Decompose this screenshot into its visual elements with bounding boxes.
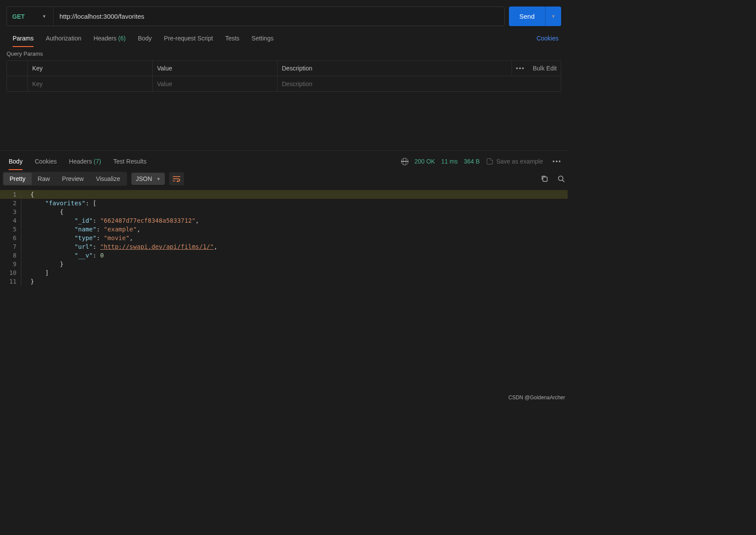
value-input[interactable]: Value — [153, 76, 278, 91]
request-tabs: Params Authorization Headers (6) Body Pr… — [0, 30, 568, 46]
resp-headers-count: (7) — [94, 158, 101, 165]
copy-button[interactable] — [541, 175, 548, 182]
globe-icon[interactable] — [401, 158, 408, 165]
send-group: Send ▼ — [509, 7, 561, 26]
format-select[interactable]: JSON ▼ — [131, 173, 165, 185]
wrap-icon — [173, 176, 181, 182]
cookies-link[interactable]: Cookies — [534, 35, 561, 42]
send-button[interactable]: Send — [509, 7, 545, 26]
view-pretty[interactable]: Pretty — [3, 173, 32, 185]
code-line: 3 { — [0, 207, 568, 216]
view-preview[interactable]: Preview — [56, 173, 90, 185]
code-line: 7 "url": "http://swapi.dev/api/films/1/"… — [0, 242, 568, 251]
table-row[interactable]: Key Value Description — [7, 76, 561, 91]
tab-headers-label: Headers — [94, 35, 117, 42]
chevron-down-icon: ▼ — [42, 14, 47, 19]
save-example-label: Save as example — [496, 158, 543, 165]
hdr-key: Key — [28, 61, 153, 76]
hdr-description: Description — [278, 61, 512, 76]
resp-headers-label: Headers — [69, 158, 92, 165]
code-line: 5 "name": "example", — [0, 225, 568, 234]
status-group: 200 OK 11 ms 364 B — [401, 158, 480, 165]
response-header-bar: Body Cookies Headers (7) Test Results 20… — [0, 154, 568, 169]
tab-authorization[interactable]: Authorization — [40, 30, 87, 46]
tab-prerequest[interactable]: Pre-request Script — [158, 30, 219, 46]
copy-icon — [541, 175, 548, 182]
request-frame: GET ▼ — [7, 7, 505, 26]
svg-point-1 — [559, 176, 563, 181]
tab-body[interactable]: Body — [132, 30, 158, 46]
code-line: 6 "type": "movie", — [0, 234, 568, 242]
more-columns-icon[interactable]: ••• — [516, 65, 525, 72]
tab-params[interactable]: Params — [7, 30, 40, 46]
tab-headers[interactable]: Headers (6) — [87, 30, 132, 46]
bulk-edit-link[interactable]: Bulk Edit — [533, 65, 557, 72]
method-select[interactable]: GET ▼ — [7, 7, 54, 26]
svg-rect-0 — [543, 177, 547, 181]
row-checkbox-col[interactable] — [7, 76, 28, 91]
tab-tests[interactable]: Tests — [219, 30, 246, 46]
search-button[interactable] — [558, 175, 565, 183]
resp-tab-headers[interactable]: Headers (7) — [63, 154, 107, 169]
tab-settings[interactable]: Settings — [245, 30, 280, 46]
code-line: 8 "__v": 0 — [0, 251, 568, 260]
response-body-viewer[interactable]: 1{2 "favorites": [3 {4 "_id": "662487d77… — [0, 190, 568, 286]
save-icon — [487, 158, 493, 164]
view-segment: Pretty Raw Preview Visualize — [3, 172, 127, 186]
query-params-label: Query Params — [0, 46, 568, 60]
splitter[interactable] — [0, 150, 568, 151]
url-input[interactable] — [54, 7, 504, 26]
chevron-down-icon: ▼ — [157, 177, 161, 181]
hdr-value: Value — [153, 61, 278, 76]
format-label: JSON — [136, 175, 152, 182]
view-bar: Pretty Raw Preview Visualize JSON ▼ — [0, 169, 568, 188]
key-input[interactable]: Key — [28, 76, 153, 91]
table-header-row: Key Value Description ••• Bulk Edit — [7, 61, 561, 76]
view-visualize[interactable]: Visualize — [90, 173, 126, 185]
query-params-table: Key Value Description ••• Bulk Edit Key … — [7, 60, 561, 92]
chevron-down-icon: ▼ — [551, 14, 555, 19]
resp-tab-tests[interactable]: Test Results — [107, 154, 152, 169]
code-line: 2 "favorites": [ — [0, 199, 568, 207]
save-as-example: Save as example — [487, 158, 543, 165]
resp-tab-body[interactable]: Body — [3, 154, 29, 169]
checkbox-col — [7, 61, 28, 76]
headers-count: (6) — [118, 35, 126, 42]
view-raw[interactable]: Raw — [32, 173, 56, 185]
code-line: 10 ] — [0, 268, 568, 277]
code-line: 1{ — [0, 190, 568, 199]
watermark: CSDN @GoldenaArcher — [508, 395, 565, 401]
code-line: 11} — [0, 277, 568, 286]
svg-line-2 — [562, 180, 565, 182]
send-dropdown-button[interactable]: ▼ — [545, 7, 561, 26]
resp-tab-cookies[interactable]: Cookies — [29, 154, 63, 169]
status-time: 11 ms — [441, 158, 458, 165]
wrap-toggle[interactable] — [169, 172, 184, 185]
code-line: 4 "_id": "662487d77ecf8348a5833712", — [0, 216, 568, 225]
description-input[interactable]: Description — [278, 76, 561, 91]
status-size: 364 B — [464, 158, 480, 165]
status-code: 200 OK — [415, 158, 435, 165]
code-line: 9 } — [0, 260, 568, 268]
method-label: GET — [12, 13, 25, 20]
search-icon — [558, 175, 565, 183]
response-more-icon[interactable]: ••• — [549, 158, 565, 165]
